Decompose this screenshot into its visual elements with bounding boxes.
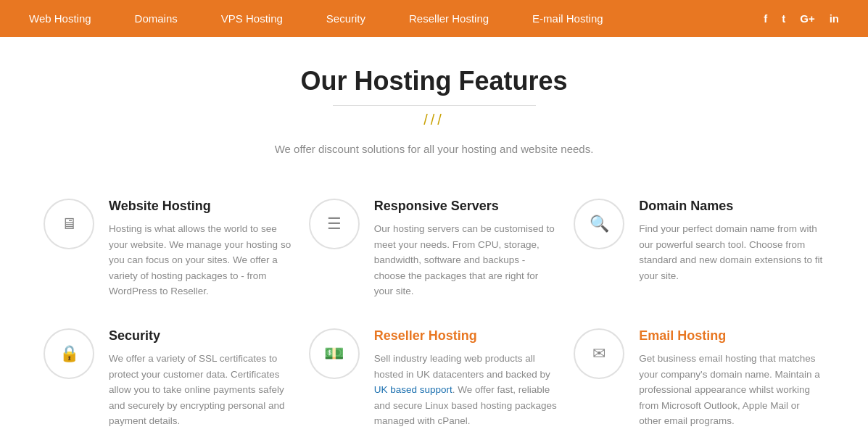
feature-email-hosting: ✉Email HostingGet business email hosting… xyxy=(574,328,824,429)
lock-icon: 🔒 xyxy=(44,328,94,379)
feature-desc-responsive-servers: Our hosting servers can be customised to… xyxy=(374,221,560,299)
nav-link-security[interactable]: Security xyxy=(326,12,365,25)
feature-responsive-servers: ☰Responsive ServersOur hosting servers c… xyxy=(309,199,560,299)
nav-link-reseller-hosting[interactable]: Reseller Hosting xyxy=(409,12,489,25)
social-link-googleplus[interactable]: G+ xyxy=(800,12,814,25)
nav-link-vps-hosting[interactable]: VPS Hosting xyxy=(221,12,283,25)
feature-title-responsive-servers: Responsive Servers xyxy=(374,199,560,214)
feature-title-security: Security xyxy=(109,328,294,344)
feature-desc-domain-names: Find your perfect domain name from with … xyxy=(639,221,824,283)
uk-support-link[interactable]: UK based support xyxy=(374,384,452,395)
mail-icon: ✉ xyxy=(574,328,624,379)
feature-desc-security: We offer a variety of SSL certificates t… xyxy=(109,351,294,429)
feature-website-hosting: 🖥Website HostingHosting is what allows t… xyxy=(44,199,294,299)
nav-link-e-mail-hosting[interactable]: E-mail Hosting xyxy=(532,12,603,25)
hero-divider: /// xyxy=(15,112,853,128)
feature-content-responsive-servers: Responsive ServersOur hosting servers ca… xyxy=(374,199,560,299)
lines-icon: ☰ xyxy=(309,199,360,249)
feature-domain-names: 🔍Domain NamesFind your perfect domain na… xyxy=(574,199,824,299)
feature-desc-website-hosting: Hosting is what allows the world to see … xyxy=(109,221,294,299)
search-icon: 🔍 xyxy=(574,199,624,249)
feature-content-reseller-hosting: Reseller HostingSell industry leading we… xyxy=(374,328,560,429)
nav-social: ftG+in xyxy=(764,12,839,25)
nav-link-web-hosting[interactable]: Web Hosting xyxy=(29,12,91,25)
feature-content-domain-names: Domain NamesFind your perfect domain nam… xyxy=(639,199,824,283)
social-link-twitter[interactable]: t xyxy=(782,12,785,25)
feature-content-website-hosting: Website HostingHosting is what allows th… xyxy=(109,199,294,299)
features-grid: 🖥Website HostingHosting is what allows t… xyxy=(0,170,868,432)
nav-links: Web HostingDomainsVPS HostingSecurityRes… xyxy=(29,12,603,25)
feature-reseller-hosting: 💵Reseller HostingSell industry leading w… xyxy=(309,328,560,429)
feature-title-reseller-hosting: Reseller Hosting xyxy=(374,328,560,344)
feature-content-email-hosting: Email HostingGet business email hosting … xyxy=(639,328,824,429)
social-link-linkedin[interactable]: in xyxy=(830,12,839,25)
monitor-icon: 🖥 xyxy=(44,199,94,249)
feature-desc-email-hosting: Get business email hosting that matches … xyxy=(639,351,824,429)
feature-title-domain-names: Domain Names xyxy=(639,199,824,214)
feature-desc-reseller-hosting: Sell industry leading web products all h… xyxy=(374,351,560,429)
hero-subtitle: We offer discount solutions for all your… xyxy=(15,143,853,155)
feature-title-website-hosting: Website Hosting xyxy=(109,199,294,214)
hero-line xyxy=(333,105,536,106)
feature-security: 🔒SecurityWe offer a variety of SSL certi… xyxy=(44,328,294,429)
hero-title: Our Hosting Features xyxy=(15,66,853,96)
feature-content-security: SecurityWe offer a variety of SSL certif… xyxy=(109,328,294,429)
dollar-icon: 💵 xyxy=(309,328,360,379)
feature-title-email-hosting: Email Hosting xyxy=(639,328,824,344)
social-link-facebook[interactable]: f xyxy=(764,12,767,25)
nav-link-domains[interactable]: Domains xyxy=(135,12,178,25)
main-nav: Web HostingDomainsVPS HostingSecurityRes… xyxy=(0,0,868,37)
hero-section: Our Hosting Features /// We offer discou… xyxy=(0,37,868,170)
